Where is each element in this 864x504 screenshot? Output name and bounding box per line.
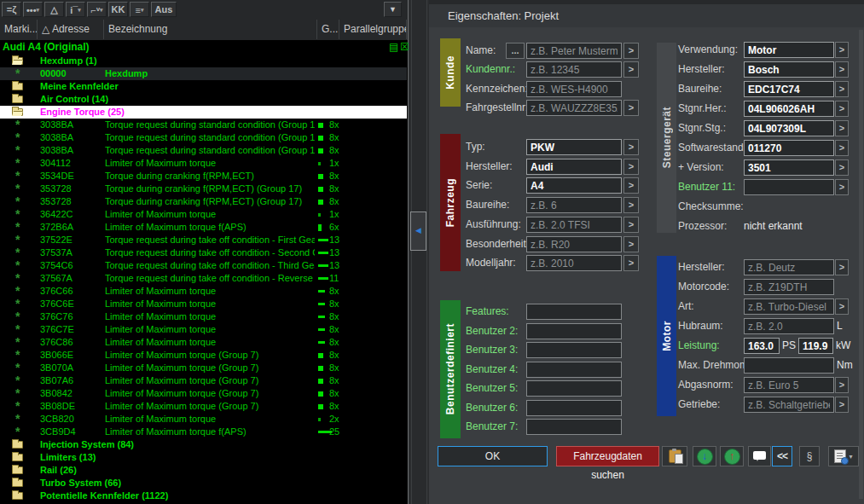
column-header-bezeichnung[interactable]: Bezeichnung [104, 20, 317, 39]
tree-map-row[interactable]: *36422CLimiter of Maximum torque1x [0, 208, 407, 221]
fahrzeugdaten-suchen-button[interactable]: Fahrzeugdaten suchen [556, 446, 659, 466]
scrollbar-track[interactable] [411, 0, 427, 504]
tree-map-row[interactable]: *3B0842Limiter of Maximum torque (Group … [0, 387, 407, 400]
field-input-kennzeichen[interactable] [526, 81, 622, 97]
tree-map-row[interactable]: *00000Hexdump [0, 67, 407, 80]
field-input-benutzer3[interactable] [526, 342, 622, 358]
expand-arrow-button[interactable]: > [623, 177, 639, 194]
field-input-ausfhrung[interactable] [526, 217, 622, 233]
field-input-getriebe[interactable] [744, 397, 834, 413]
field-input-kundennr[interactable] [526, 61, 622, 78]
column-header-g[interactable]: G... [317, 20, 339, 39]
field-input-art[interactable] [744, 298, 834, 315]
upload-vehicle-data-button[interactable]: ↑ [720, 446, 744, 466]
expand-arrow-button[interactable]: > [835, 259, 849, 275]
expand-arrow-button[interactable]: > [623, 139, 639, 155]
expand-arrow-button[interactable]: > [623, 61, 639, 78]
window-menu-button[interactable]: ▼ [384, 2, 402, 17]
tree-map-row[interactable]: *3B066ELimiter of Maximum torque (Group … [0, 349, 407, 362]
expand-arrow-button[interactable]: > [835, 81, 849, 97]
field-input-verwendung[interactable] [744, 42, 834, 58]
field-input-benutzer11[interactable] [744, 179, 834, 195]
tree-map-row[interactable]: *376C86Limiter of Maximum torque8x [0, 336, 407, 349]
field-input-hersteller[interactable] [744, 259, 834, 275]
tree-folder-row[interactable]: Potentielle Kennfelder (1122) [0, 490, 407, 502]
field-input-softwarestand[interactable] [744, 140, 834, 156]
field-input-maxdrehmom[interactable] [744, 357, 834, 374]
field-input-baureihe[interactable] [744, 81, 834, 97]
field-input-typ[interactable] [526, 139, 622, 155]
tree-map-row[interactable]: *3B07A6Limiter of Maximum torque (Group … [0, 374, 407, 387]
expand-arrow-button[interactable]: > [835, 120, 849, 136]
comment-button[interactable] [748, 446, 771, 466]
rows-icon[interactable]: ≡▾ [130, 2, 149, 17]
tree-map-row[interactable]: *376C66Limiter of Maximum torque8x [0, 285, 407, 298]
axis-info-icon[interactable]: i¯▾ [66, 2, 85, 17]
expand-arrow-button[interactable]: > [623, 236, 639, 252]
tree-map-row[interactable]: *353728Torque during cranking f(RPM,ECT)… [0, 182, 407, 195]
tree-folder-row[interactable]: Air Control (14) [0, 93, 407, 106]
tree-folder-row[interactable]: Limiters (13) [0, 451, 407, 464]
field-input-benutzer5[interactable] [526, 380, 622, 397]
paragraph-button[interactable]: § [799, 446, 820, 466]
tree-map-row[interactable]: *3CB820Limiter of Maximum torque2x [0, 413, 407, 426]
flag-icon[interactable]: ⌐ᵛ▾ [87, 2, 107, 17]
field-input-benutzer6[interactable] [526, 400, 622, 416]
field-input-benutzer2[interactable] [526, 323, 622, 339]
expand-arrow-button[interactable]: > [835, 101, 849, 117]
tree-map-row[interactable]: *37522ETorque request during take off co… [0, 234, 407, 246]
expand-arrow-button[interactable]: > [835, 61, 849, 78]
field-input-besonderheit[interactable] [526, 236, 622, 252]
column-header-parallelgruppe[interactable]: Parallelgruppe [339, 20, 407, 39]
expand-arrow-button[interactable]: > [623, 159, 639, 175]
field-input-version[interactable] [744, 159, 834, 176]
tree-map-row[interactable]: *3534DETorque during cranking f(RPM,ECT)… [0, 170, 407, 182]
tree-map-row[interactable]: *3038BATorque request during standard co… [0, 119, 407, 131]
collapse-button[interactable]: << [772, 446, 792, 466]
splitter-handle[interactable]: ◀ [410, 211, 426, 251]
expand-arrow-button[interactable]: > [623, 43, 639, 59]
field-input-modelljahr[interactable] [526, 255, 622, 271]
field-input-benutzer4[interactable] [526, 362, 622, 378]
tree-map-row[interactable]: *37537ATorque request during take off co… [0, 246, 407, 259]
field-input-features[interactable] [526, 304, 622, 320]
tree-map-row[interactable]: *376C76Limiter of Maximum torque8x [0, 310, 407, 323]
field-input-stgnrher[interactable] [744, 101, 834, 117]
field-input-abgasnorm[interactable] [744, 377, 834, 393]
tree-folder-row[interactable]: Engine Torque (25) [0, 106, 407, 119]
field-input-benutzer7[interactable] [526, 419, 622, 435]
maximize-icon[interactable]: ▤ [389, 41, 398, 53]
tree-map-row[interactable]: *3038BATorque request during standard co… [0, 144, 407, 157]
paste-vehicle-data-button[interactable] [662, 446, 687, 466]
field-input-hersteller[interactable] [526, 159, 622, 175]
tree-map-row[interactable]: *372B6ALimiter of Maximum torque f(APS)6… [0, 221, 407, 234]
field-input-hersteller[interactable] [744, 61, 834, 78]
tree-map-row[interactable]: *353728Torque during cranking f(RPM,ECT)… [0, 195, 407, 208]
ok-button[interactable]: OK [438, 446, 548, 466]
expand-arrow-button[interactable]: > [623, 217, 639, 233]
column-header-adresse[interactable]: △ Adresse [38, 20, 104, 39]
field-input-motorcode[interactable] [744, 279, 834, 295]
field-input-fahrgestellnr[interactable] [526, 100, 622, 116]
tree-map-row[interactable]: *376C6ELimiter of Maximum torque8x [0, 298, 407, 310]
expand-arrow-button[interactable]: > [623, 100, 639, 116]
aus-button[interactable]: Aus [151, 2, 177, 17]
leistung-ps-input[interactable] [744, 338, 780, 354]
tree-map-row[interactable]: *3B070ALimiter of Maximum torque (Group … [0, 362, 407, 374]
kk-icon[interactable]: KK [108, 2, 128, 17]
expand-arrow-button[interactable]: > [835, 298, 849, 315]
tree-folder-row[interactable]: Injection System (84) [0, 438, 407, 451]
tree-map-row[interactable]: *3038BATorque request during standard co… [0, 131, 407, 144]
tree-map-row[interactable]: *3754C6Torque request during take off co… [0, 259, 407, 272]
expand-arrow-button[interactable]: > [835, 377, 849, 393]
field-input-name[interactable] [526, 43, 622, 59]
download-vehicle-data-button[interactable]: ↓ [693, 446, 716, 466]
tree-map-row[interactable]: *37567ATorque request during take off co… [0, 272, 407, 285]
leistung-kw-input[interactable] [798, 338, 833, 354]
notes-button[interactable]: ▾ [828, 446, 859, 466]
expand-arrow-button[interactable]: > [835, 397, 849, 413]
tree-folder-row[interactable]: Rail (26) [0, 464, 407, 477]
field-input-baureihe[interactable] [526, 197, 622, 213]
expand-arrow-button[interactable]: > [835, 42, 849, 58]
compare-icon[interactable]: =ζ [2, 2, 21, 17]
